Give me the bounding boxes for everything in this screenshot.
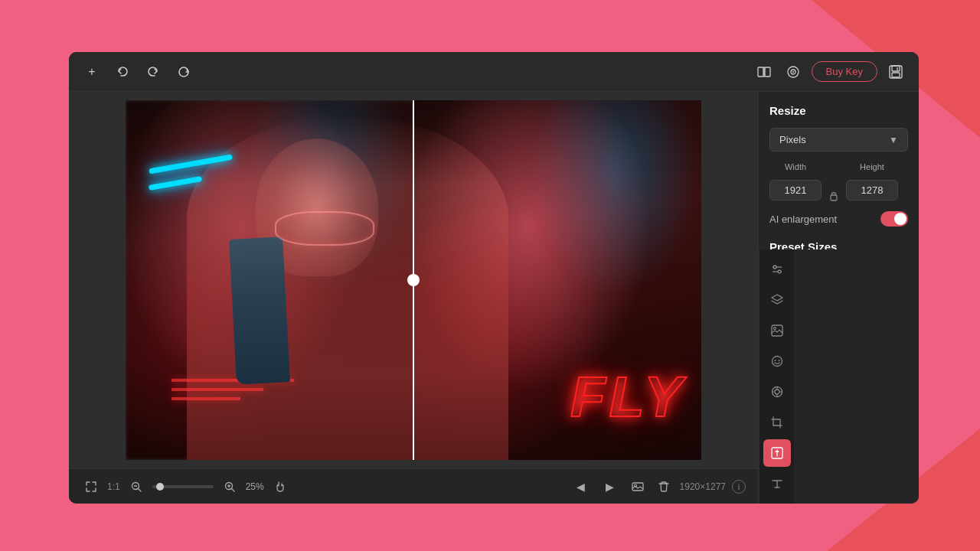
svg-point-28 [778,360,779,361]
text-icon[interactable] [763,470,791,497]
prev-button[interactable]: ◀ [573,478,590,495]
lock-icon[interactable] [826,188,841,204]
width-group [769,180,822,201]
width-label: Width [769,162,822,171]
svg-point-30 [775,390,779,394]
fullscreen-icon[interactable] [81,477,101,497]
bottom-bar-center: ◀ ▶ [573,478,619,495]
ai-enlargement-row: AI enlargement [769,211,908,227]
save-icon[interactable] [885,61,906,83]
neon-red-stripes [172,379,294,406]
undo-icon[interactable] [112,61,133,83]
svg-line-12 [138,488,141,491]
canvas-area: FLY 1:1 [69,92,758,504]
add-icon[interactable]: + [81,61,103,83]
toolbar: + [69,52,919,92]
sync-icon[interactable] [173,61,194,83]
image-container: FLY [69,92,758,468]
crop-icon[interactable] [763,409,791,436]
height-input[interactable] [846,180,898,201]
unit-dropdown[interactable]: Pixels ▼ [769,128,908,152]
gallery-icon[interactable] [628,477,648,497]
panel-content: Resize Pixels ▼ Width Height [759,92,919,249]
gun-shape [229,236,290,384]
face-retouch-icon[interactable] [763,347,791,375]
pan-icon[interactable] [270,477,290,497]
image-enhance-icon[interactable] [763,317,791,344]
compare-icon[interactable] [753,61,775,83]
toolbar-right: Buy Key [753,61,906,83]
svg-rect-0 [758,67,763,77]
svg-rect-24 [772,325,782,336]
svg-line-16 [231,488,234,491]
toolbar-left: + [81,61,744,83]
toggle-knob [894,213,906,225]
svg-rect-19 [831,195,837,201]
bottom-bar-right: 1920×1277 i [628,477,746,497]
stripe-2 [172,388,263,391]
svg-rect-7 [892,66,900,71]
layers-icon[interactable] [763,286,791,314]
zoom-in-icon[interactable] [220,477,240,497]
preset-title: Preset Sizes [769,240,908,249]
image-size: 1920×1277 [680,481,726,492]
ai-enlargement-toggle[interactable] [880,211,908,227]
stripe-3 [172,397,240,400]
unit-dropdown-label: Pixels [779,134,806,145]
main-content: FLY 1:1 [69,92,919,504]
right-panel: Resize Pixels ▼ Width Height [758,92,919,504]
bottom-bar: 1:1 [69,468,758,504]
split-handle[interactable] [407,274,420,286]
photo-canvas: FLY [126,100,701,460]
unit-dropdown-arrow: ▼ [889,135,898,145]
zoom-slider[interactable] [152,485,214,488]
adjust-icon[interactable] [763,256,791,283]
panel-title: Resize [769,104,908,117]
next-button[interactable]: ▶ [602,478,619,495]
delete-icon[interactable] [654,477,674,497]
svg-point-22 [773,266,776,269]
app-window: + [69,52,919,504]
sidebar-icons [759,249,794,504]
zoom-thumb [156,483,164,491]
zoom-out-icon[interactable] [126,477,146,497]
height-group [846,180,898,201]
ratio-label: 1:1 [107,481,120,492]
ai-enlargement-label: AI enlargement [769,214,837,225]
svg-point-5 [792,71,794,73]
neon-fly-text: FLY [570,364,686,429]
info-icon[interactable]: i [732,480,746,494]
svg-point-23 [778,270,781,273]
watermark-icon[interactable] [763,378,791,406]
resize-icon[interactable] [763,439,791,467]
svg-rect-1 [765,67,770,77]
neon-blue-lines [149,161,233,186]
svg-rect-17 [632,483,643,491]
glasses [275,211,374,246]
svg-point-27 [774,360,776,361]
zoom-percent: 25% [246,481,264,492]
svg-point-25 [773,328,776,330]
buy-key-button[interactable]: Buy Key [812,61,877,82]
svg-rect-8 [892,73,900,77]
width-input[interactable] [769,180,822,201]
redo-icon[interactable] [142,61,164,83]
dimension-labels: Width Height [769,162,908,171]
height-label: Height [846,162,898,171]
dimensions-row [769,176,908,204]
svg-point-26 [772,357,782,367]
preview-icon[interactable] [782,61,804,83]
bottom-bar-left: 1:1 [81,477,564,497]
